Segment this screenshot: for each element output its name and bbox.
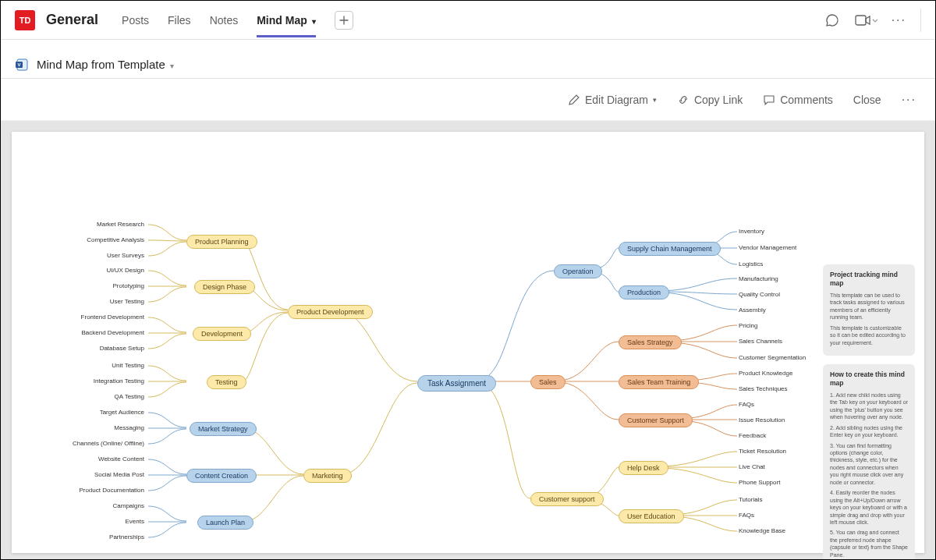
node-customer-support[interactable]: Customer support (530, 492, 604, 506)
leaf[interactable]: Website Content (98, 455, 144, 463)
leaf[interactable]: Tutorials (739, 496, 762, 503)
node-sales[interactable]: Sales (530, 375, 566, 389)
visio-icon: V (15, 58, 29, 72)
leaf[interactable]: Target Audience (100, 409, 144, 416)
close-button[interactable]: Close (853, 94, 881, 106)
team-avatar[interactable]: TD (15, 10, 35, 30)
leaf[interactable]: Vendor Management (739, 244, 796, 251)
leaf[interactable]: Pricing (739, 322, 757, 329)
leaf[interactable]: Live Chat (739, 463, 765, 470)
node-root[interactable]: Task Assignment (417, 375, 496, 392)
howto-step: 1. Add new child nodes using the Tab key… (830, 392, 908, 421)
leaf[interactable]: Events (126, 518, 144, 525)
node-scm[interactable]: Supply Chain Management (619, 242, 721, 256)
tab-notes[interactable]: Notes (210, 3, 239, 37)
tab-posts[interactable]: Posts (122, 3, 149, 37)
connectors (12, 132, 926, 553)
leaf[interactable]: User Surveys (107, 252, 144, 259)
leaf[interactable]: Manufacturing (739, 275, 778, 282)
leaf[interactable]: Channels (Online/ Offline) (73, 440, 144, 447)
leaf[interactable]: Issue Resolution (739, 416, 785, 424)
node-testing[interactable]: Testing (207, 375, 246, 389)
leaf[interactable]: Prototyping (113, 282, 144, 289)
howto-step: 5. You can drag and connect the preferre… (830, 529, 908, 558)
node-help-desk[interactable]: Help Desk (619, 461, 668, 475)
leaf[interactable]: User Testing (110, 298, 144, 305)
node-content-creation[interactable]: Content Creation (186, 469, 257, 483)
node-customer-support-sales[interactable]: Customer Support (619, 413, 693, 427)
leaf[interactable]: Quality Control (739, 291, 780, 298)
top-bar: TD General Posts Files Notes Mind Map ▾ … (1, 1, 935, 40)
meet-icon[interactable] (854, 12, 878, 28)
comments-button[interactable]: Comments (763, 94, 833, 106)
node-sales-training[interactable]: Sales Team Training (619, 375, 699, 389)
leaf[interactable]: Inventory (739, 228, 764, 235)
leaf[interactable]: Product Documentation (79, 487, 144, 494)
leaf[interactable]: Frontend Development (81, 314, 144, 321)
info-card-project: Project tracking mind map This template … (823, 264, 915, 356)
leaf[interactable]: Integration Testing (94, 377, 144, 385)
leaf[interactable]: Competitive Analysis (87, 236, 144, 243)
node-product-planning[interactable]: Product Planning (186, 235, 257, 249)
tab-mindmap[interactable]: Mind Map ▾ (257, 3, 315, 37)
edit-diagram-button[interactable]: Edit Diagram ▾ (568, 94, 657, 106)
copy-link-button[interactable]: Copy Link (677, 94, 743, 106)
more-icon[interactable]: ··· (892, 13, 906, 27)
node-market-strategy[interactable]: Market Strategy (190, 422, 257, 436)
doc-title[interactable]: Mind Map from Template ▾ (37, 58, 174, 71)
diagram-canvas[interactable]: Task Assignment Product Development Mark… (12, 132, 924, 553)
leaf[interactable]: Partnerships (109, 533, 144, 541)
node-user-education[interactable]: User Education (619, 509, 684, 523)
leaf[interactable]: Feedback (739, 432, 766, 439)
more-icon[interactable]: ··· (902, 93, 916, 107)
pencil-icon (568, 94, 580, 106)
howto-step: 3. You can find formatting options (chan… (830, 442, 908, 487)
leaf[interactable]: Phone Support (739, 479, 780, 486)
node-operation[interactable]: Operation (554, 264, 602, 278)
channel-name: General (46, 12, 98, 28)
leaf[interactable]: FAQs (739, 512, 754, 519)
node-marketing[interactable]: Marketing (303, 469, 352, 483)
howto-step: 4. Easily reorder the nodes using the Al… (830, 489, 908, 526)
leaf[interactable]: Ticket Resolution (739, 448, 786, 455)
info-card-title: How to create this mind map (830, 370, 908, 388)
action-bar: Edit Diagram ▾ Copy Link Comments Close … (1, 79, 935, 121)
leaf[interactable]: Backend Development (82, 329, 145, 336)
chevron-down-icon: ▾ (653, 96, 657, 104)
comment-icon (763, 94, 775, 106)
chevron-down-icon: ▾ (170, 62, 174, 70)
add-tab-button[interactable] (335, 11, 353, 30)
info-card-howto: How to create this mind map 1. Add new c… (823, 364, 915, 559)
leaf[interactable]: Market Research (97, 221, 144, 228)
chevron-down-icon: ▾ (312, 17, 316, 26)
info-card-text: This template is customizable so it can … (830, 324, 908, 346)
leaf[interactable]: QA Testing (114, 393, 144, 400)
node-sales-strategy[interactable]: Sales Strategy (619, 335, 682, 349)
svg-text:V: V (17, 62, 20, 67)
leaf[interactable]: Unit Testing (112, 362, 144, 369)
leaf[interactable]: UI/UX Design (107, 267, 144, 274)
leaf[interactable]: Sales Channels (739, 338, 782, 345)
howto-step: 2. Add sibling nodes using the Enter key… (830, 424, 908, 439)
leaf[interactable]: Assembly (739, 307, 766, 314)
node-design-phase[interactable]: Design Phase (194, 280, 255, 294)
leaf[interactable]: Messaging (114, 424, 144, 431)
leaf[interactable]: Customer Segmentation (739, 354, 806, 361)
node-production[interactable]: Production (619, 285, 669, 299)
node-development[interactable]: Development (193, 327, 251, 341)
leaf[interactable]: Product Knowledge (739, 370, 792, 377)
canvas-wrap: Task Assignment Product Development Mark… (1, 121, 935, 559)
node-product-development[interactable]: Product Development (288, 305, 373, 319)
chat-icon[interactable] (824, 12, 840, 28)
plus-icon (339, 15, 349, 26)
leaf[interactable]: Campaigns (113, 502, 144, 509)
leaf[interactable]: Social Media Post (94, 471, 144, 478)
tab-files[interactable]: Files (168, 3, 191, 37)
node-launch-plan[interactable]: Launch Plan (197, 516, 254, 530)
leaf[interactable]: Knowledge Base (739, 527, 785, 534)
leaf[interactable]: Sales Techniques (739, 385, 788, 392)
leaf[interactable]: Database Setup (100, 345, 144, 352)
leaf[interactable]: Logistics (739, 261, 763, 268)
leaf[interactable]: FAQs (739, 401, 754, 408)
comments-label: Comments (780, 94, 833, 106)
